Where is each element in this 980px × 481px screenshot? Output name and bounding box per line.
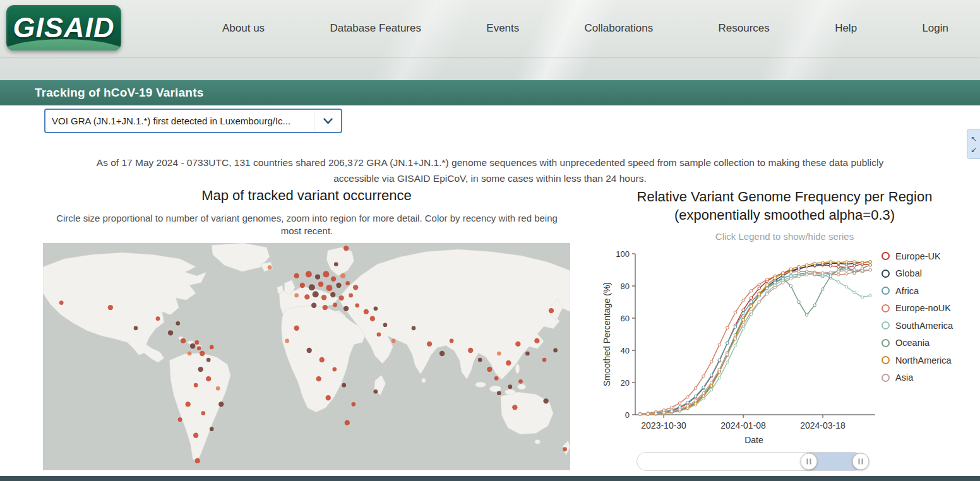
world-map[interactable] [43, 243, 570, 470]
legend-marker-icon [881, 321, 890, 330]
legend-marker-icon [881, 339, 890, 347]
map-dot [332, 367, 337, 372]
map-dot [181, 338, 186, 343]
map-dot [542, 358, 547, 362]
map-dot [374, 306, 378, 311]
map-dot [306, 271, 312, 277]
map-dot [345, 281, 350, 285]
map-dot [206, 376, 211, 381]
map-dot [311, 303, 316, 308]
next-section-edge [0, 476, 980, 481]
legend-label: Oceania [895, 338, 929, 348]
series-Asia [638, 268, 871, 415]
map-dot [518, 379, 523, 384]
map-dot [300, 283, 305, 288]
map-dot [210, 345, 214, 350]
svg-text:2023-10-30: 2023-10-30 [641, 420, 686, 431]
chart-title-line1: Relative Variant Genome Frequency per Re… [594, 187, 976, 206]
nav-item-about-us[interactable]: About us [222, 22, 265, 35]
map-dot [176, 321, 180, 326]
map-dot [307, 348, 312, 353]
map-dot [268, 265, 272, 270]
svg-text:Date: Date [744, 435, 763, 445]
map-dot [487, 367, 492, 372]
map-dot [218, 401, 224, 407]
page-title-bar: Tracking of hCoV-19 Variants [0, 80, 980, 105]
map-dot [320, 357, 325, 362]
legend-item-Oceania[interactable]: Oceania [881, 335, 953, 352]
variant-select[interactable]: VOI GRA (JN.1+JN.1.*) first detected in … [44, 109, 342, 133]
region-scandinavia [326, 247, 354, 276]
series-Europe-noUK [638, 268, 871, 415]
series-Africa [638, 267, 871, 415]
map-dot [285, 339, 289, 343]
map-dot [351, 402, 356, 407]
nav-item-collaborations[interactable]: Collaborations [585, 22, 654, 35]
map-dot [497, 352, 501, 356]
datazoom-left-handle[interactable] [801, 453, 818, 470]
legend-label: Global [895, 268, 922, 278]
gisaid-logo[interactable]: GISAID [6, 5, 121, 50]
map-dot [497, 391, 501, 395]
map-dot [326, 285, 332, 291]
map-dot [344, 246, 349, 251]
chart-legend: Europe-UKGlobalAfricaEurope-noUKSouthAme… [881, 247, 953, 386]
map-dot [427, 341, 432, 347]
datazoom-slider[interactable] [636, 452, 864, 471]
legend-marker-icon [881, 270, 890, 278]
legend-item-SouthAmerica[interactable]: SouthAmerica [881, 317, 953, 335]
map-dot [304, 294, 309, 299]
svg-text:40: 40 [621, 346, 630, 355]
map-dot [134, 326, 138, 330]
map-dot [512, 405, 517, 410]
map-dot [338, 295, 344, 300]
map-dot [412, 326, 416, 330]
legend-item-Global[interactable]: Global [881, 265, 953, 283]
map-dot [201, 411, 206, 415]
map-section-subtitle: Circle size proportional to number of va… [51, 212, 563, 237]
legend-marker-icon [881, 304, 890, 312]
nav-item-help[interactable]: Help [835, 22, 857, 35]
map-dot [185, 401, 190, 407]
top-banner: GISAID About us Database Features Events… [0, 0, 980, 80]
svg-text:2024-03-18: 2024-03-18 [800, 420, 846, 431]
nav-item-events[interactable]: Events [486, 22, 519, 35]
map-dot [294, 294, 299, 298]
series-Oceania [638, 264, 871, 416]
legend-item-Europe-UK[interactable]: Europe-UK [881, 247, 953, 265]
map-dot [534, 338, 539, 343]
legend-item-NorthAmerica[interactable]: NorthAmerica [881, 352, 953, 369]
map-section-title: Map of tracked variant occurrence [43, 187, 570, 204]
map-dot [194, 340, 199, 345]
map-dot [515, 341, 520, 347]
map-dot [563, 447, 567, 451]
map-dot [450, 339, 454, 343]
svg-text:Smoothed Percentage (%): Smoothed Percentage (%) [602, 282, 612, 386]
legend-item-Asia[interactable]: Asia [881, 369, 953, 387]
chevron-down-icon [314, 110, 341, 132]
series-NorthAmerica [638, 261, 871, 416]
map-dot [525, 352, 530, 356]
chart-title-line2: (exponentially smoothed alpha=0.3) [594, 206, 976, 224]
legend-marker-icon [881, 356, 890, 364]
series-Europe-UK [638, 263, 871, 415]
arrow-up-left-icon: ↖ [971, 135, 977, 143]
map-dot [364, 309, 369, 314]
nav-item-resources[interactable]: Resources [719, 22, 770, 35]
nav-item-login[interactable]: Login [922, 22, 948, 35]
datazoom-right-handle[interactable] [852, 453, 869, 470]
map-dot [309, 284, 315, 290]
legend-item-Africa[interactable]: Africa [881, 282, 953, 300]
nav-item-database-features[interactable]: Database Features [330, 22, 421, 35]
variant-select-value: VOI GRA (JN.1+JN.1.*) first detected in … [45, 110, 314, 132]
svg-text:0: 0 [625, 410, 630, 420]
map-dot [383, 323, 388, 327]
map-dot [326, 395, 331, 400]
svg-text:60: 60 [621, 314, 630, 323]
map-dot [194, 458, 200, 463]
legend-item-Europe-noUK[interactable]: Europe-noUK [881, 300, 953, 318]
map-dot [349, 294, 353, 298]
map-dot [330, 292, 335, 297]
panel-collapse-widget[interactable]: ↖ ↙ [967, 129, 980, 159]
map-dot [549, 308, 554, 313]
